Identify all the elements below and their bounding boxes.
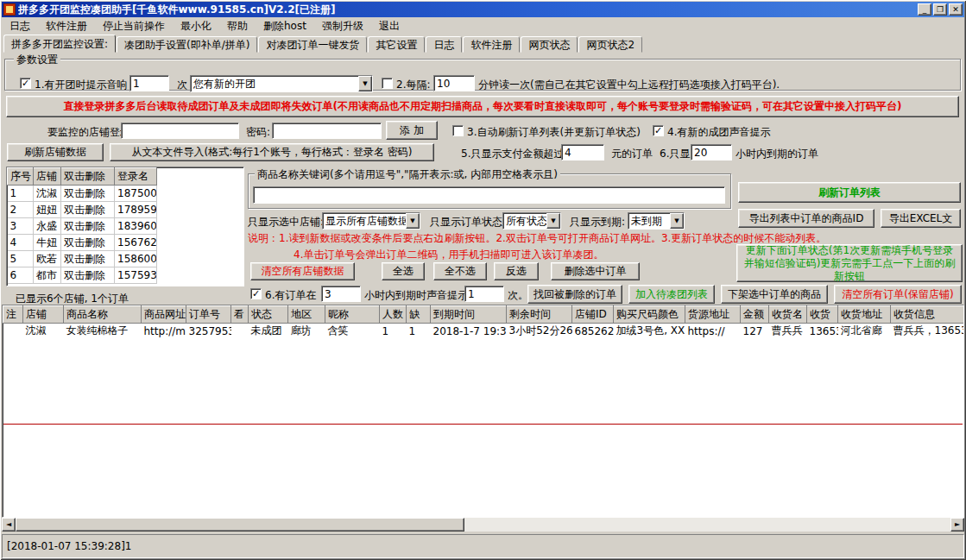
clear-shops-button[interactable]: 清空所有店铺数据 [250,262,355,280]
order-table-col-header[interactable]: 昵称 [325,306,380,324]
cell[interactable]: 3257953 [186,324,231,339]
export-product-ids-button[interactable]: 导出列表中订单的商品ID [738,209,874,228]
chevron-down-icon[interactable]: ▼ [358,76,372,91]
cell[interactable]: 未成团 [249,324,288,339]
select-all-button[interactable]: 全选 [382,262,425,280]
tab-2[interactable]: 凑团助手设置(即补单/拼单) [117,36,257,53]
order-table-col-header[interactable]: 剩余时间 [507,306,572,324]
cell[interactable]: 157593 [115,267,157,284]
expire-filter-select[interactable]: 未到期 ▼ [628,212,685,230]
shop-row[interactable]: 5欧若双击删除158600 [8,251,157,267]
shop-row[interactable]: 3永盛双击删除183960 [8,218,157,235]
select-none-button[interactable]: 全不选 [433,262,487,280]
cell[interactable]: 女装纯棉格子 [64,324,142,339]
tab-3[interactable]: 对凑团订单一键发货 [258,36,367,53]
sound-times-input[interactable] [129,75,169,91]
cell[interactable]: 牛妞 [34,235,61,251]
cell[interactable]: 双击删除 [61,235,115,251]
cell[interactable]: 妞妞 [34,202,61,218]
cell[interactable]: 沈淑 [23,324,64,339]
order-table-col-header[interactable]: 看 [231,306,249,324]
order-table-col-header[interactable]: 货源地址 [685,306,741,324]
new-group-sound-checkbox[interactable]: ✓ [653,125,664,136]
auto-refresh-checkbox[interactable] [452,125,464,136]
tab-7[interactable]: 网页状态 [521,36,578,53]
interval-checkbox[interactable] [382,78,393,89]
cell[interactable]: 3 [8,218,34,235]
expire-alert-times-input[interactable] [464,286,504,302]
status-filter-select[interactable]: 所有状态 ▼ [502,212,561,230]
cell[interactable]: 都市 [34,267,61,284]
refresh-order-list-button[interactable]: 刷新订单列表 [738,182,961,203]
cell[interactable]: 158600 [115,251,157,267]
maximize-icon[interactable]: ❐ [933,3,947,16]
cell[interactable]: 1 [8,186,34,202]
cell[interactable]: 127 [741,324,769,339]
order-table-col-header[interactable]: 商品网址 [142,306,186,324]
menu-item-7[interactable]: 强制升级 [314,18,371,35]
order-table-col-header[interactable]: 订单号 [186,306,231,324]
shop-row[interactable]: 2妞妞双击删除178959 [8,202,157,218]
order-table-col-header[interactable]: 店铺ID [572,306,614,324]
cell[interactable]: 187500 [115,186,157,202]
order-table-col-header[interactable]: 商品名称 [64,306,142,324]
chevron-down-icon[interactable]: ▼ [546,213,560,229]
tab-6[interactable]: 软件注册 [463,36,520,53]
join-group-list-button[interactable]: 加入待凑团列表 [628,285,715,304]
cell[interactable]: 沈淑 [34,186,61,202]
cell[interactable]: 5 [8,251,34,267]
shop-table-col-header[interactable]: 双击删除 [61,168,115,186]
cell[interactable]: 685262 [572,324,614,339]
tab-1[interactable]: 拼多多开团监控设置: [3,35,116,53]
menu-item-6[interactable]: 删除host [256,18,314,35]
order-table-col-header[interactable]: 人数 [380,306,407,324]
cell[interactable]: 河北省廊 [838,324,891,339]
minimize-icon[interactable]: _ [918,3,931,16]
cell[interactable]: 双击删除 [61,218,115,235]
cell[interactable]: 1 [407,324,431,339]
cell[interactable]: https:// [685,324,741,339]
refresh-shops-button[interactable]: 刷新店铺数据 [7,143,104,161]
order-table-col-header[interactable]: 缺 [407,306,431,324]
order-table-col-header[interactable]: 收货 [807,306,838,324]
cell[interactable]: 加绒3号色, XX [614,324,685,339]
cell[interactable]: 双击删除 [61,186,115,202]
cell[interactable]: 廊坊 [288,324,325,339]
keyword-input[interactable] [253,186,725,204]
shop-row[interactable]: 4牛妞双击删除156762 [8,235,157,251]
interval-minutes-input[interactable] [433,75,475,91]
offshelf-selected-button[interactable]: 下架选中订单的商品 [721,285,828,304]
expire-alert-hours-input[interactable] [321,286,361,302]
cell[interactable]: 156762 [115,235,157,251]
invert-selection-button[interactable]: 反选 [494,262,539,280]
cell[interactable]: 2018-1-7 19:31 [431,324,507,339]
cell[interactable] [231,324,249,339]
menu-item-8[interactable]: 退出 [371,18,407,35]
delete-selected-orders-button[interactable]: 删除选中订单 [551,262,640,280]
cell[interactable]: 1 [380,324,407,339]
clear-all-orders-button[interactable]: 清空所有订单(保留店铺) [834,285,962,304]
cell[interactable] [3,324,23,339]
order-row[interactable]: 沈淑女装纯棉格子http://m3257953未成团廊坊含笑112018-1-7… [3,324,964,339]
shop-login-input[interactable] [121,123,239,139]
cell[interactable]: 曹兵兵，13653 [891,324,964,339]
scroll-right-icon[interactable]: ► [950,518,964,532]
cell[interactable]: 双击删除 [61,267,115,284]
shop-table-col-header[interactable]: 序号 [8,168,34,186]
restore-deleted-orders-button[interactable]: 找回被删除的订单 [527,285,622,304]
shop-row[interactable]: 6都市双击删除157593 [8,267,157,284]
scroll-left-icon[interactable]: ◄ [2,518,16,532]
cell[interactable]: http://m [142,324,186,339]
order-table-col-header[interactable]: 地区 [288,306,325,324]
order-table-col-header[interactable]: 注 [3,306,23,324]
scrollbar-thumb[interactable] [16,518,464,532]
order-table-col-header[interactable]: 到期时间 [431,306,507,324]
export-excel-button[interactable]: 导出EXCEL文 [881,209,961,228]
cell[interactable]: 183960 [115,218,157,235]
shop-row[interactable]: 1沈淑双击删除187500 [8,186,157,202]
order-table-col-header[interactable]: 状态 [249,306,288,324]
cell[interactable]: 曹兵兵 [769,324,807,339]
cell[interactable]: 2 [8,202,34,218]
chevron-down-icon[interactable]: ▼ [406,213,420,229]
order-table-col-header[interactable]: 店铺 [23,306,64,324]
